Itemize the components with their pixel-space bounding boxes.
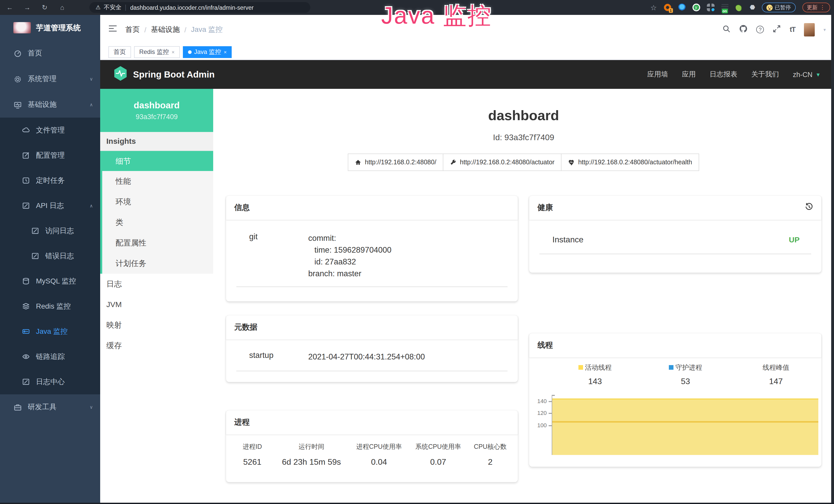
extension-icon-drop[interactable]: [678, 4, 685, 11]
emoji-face-icon: [766, 4, 773, 10]
metadata-card-header: 元数据: [226, 315, 518, 339]
process-col-cores: CPU核心数: [468, 443, 513, 451]
yellow-swatch-icon: [578, 365, 583, 370]
tab-redis-monitor[interactable]: Redis 监控 ×: [134, 46, 180, 58]
close-icon[interactable]: ×: [172, 49, 175, 55]
sidebar-item-log-center[interactable]: 日志中心: [0, 369, 100, 394]
url-bar[interactable]: ⚠ 不安全 dashboard.yudao.iocoder.cn/infra/a…: [89, 2, 310, 13]
font-size-icon[interactable]: tT: [790, 26, 795, 33]
history-icon[interactable]: [805, 203, 813, 212]
tab-home[interactable]: 首页: [108, 46, 131, 58]
service-url-chip[interactable]: http://192.168.0.2:48080/: [348, 154, 444, 171]
sidebar-item-file-manage[interactable]: 文件管理: [0, 118, 100, 143]
hamburger-icon[interactable]: [108, 25, 117, 35]
ytick-120: 120: [529, 410, 547, 416]
help-icon[interactable]: ?: [756, 26, 764, 33]
health-url-chip[interactable]: http://192.168.0.2:48080/actuator/health: [561, 154, 699, 171]
process-col-syscpu: 系统CPU使用率: [409, 443, 468, 451]
sidebar-item-redis-monitor[interactable]: Redis 监控: [0, 294, 100, 319]
sba-item-jvm[interactable]: JVM: [100, 294, 213, 315]
info-card-header: 信息: [226, 196, 518, 220]
extension-icon-grid[interactable]: [707, 4, 714, 11]
chevron-up-icon: ∧: [90, 102, 93, 107]
sba-item-caches[interactable]: 缓存: [100, 335, 213, 356]
extension-icon-tampermonkey[interactable]: on: [721, 4, 729, 11]
sba-nav-wallboard[interactable]: 应用墙: [647, 70, 668, 79]
window-scrollbar[interactable]: [831, 15, 834, 504]
github-icon[interactable]: [739, 24, 747, 35]
admin-sidebar: 芋道管理系统 首页 系统管理 ∨ 基础设施 ∧ 文件管理: [0, 15, 100, 504]
sba-language-select[interactable]: zh-CN ▼: [793, 71, 821, 78]
sba-item-environment[interactable]: 环境: [102, 191, 213, 212]
screenshot-root: ← → ↻ ⌂ ⚠ 不安全 dashboard.yudao.iocoder.cn…: [0, 0, 834, 504]
sidebar-item-dev-tools[interactable]: 研发工具 ∨: [0, 394, 100, 420]
peak-threads-value: 147: [731, 377, 821, 386]
extensions-puzzle-icon[interactable]: ⬣: [750, 4, 755, 11]
sba-header: Spring Boot Admin 应用墙 应用 日志报表 关于我们 zh-CN…: [100, 60, 834, 89]
sidebar-item-infrastructure[interactable]: 基础设施 ∧: [0, 92, 100, 118]
sidebar-item-mysql-monitor[interactable]: MySQL 监控: [0, 269, 100, 294]
close-icon[interactable]: ×: [224, 49, 227, 55]
process-cpu: 0.04: [350, 458, 409, 467]
sba-brand-title: Spring Boot Admin: [133, 69, 215, 80]
sidebar-item-scheduled-jobs[interactable]: 定时任务: [0, 168, 100, 193]
sidebar-item-java-monitor[interactable]: Java 监控: [0, 319, 100, 344]
user-avatar[interactable]: [804, 23, 815, 36]
row-divider: [236, 287, 508, 287]
health-instance-label: Instance: [552, 235, 584, 245]
sba-item-classes[interactable]: 类: [102, 212, 213, 233]
menu-dots-icon: ⋮: [820, 4, 825, 11]
threads-card-header: 线程: [529, 333, 821, 358]
breadcrumb: 首页 / 基础设施 / Java 监控: [125, 25, 223, 34]
sba-item-metrics[interactable]: 性能: [102, 171, 213, 191]
sba-nav-applications[interactable]: 应用: [682, 70, 696, 79]
process-col-pid: 进程ID: [231, 443, 273, 451]
extension-icon-leaf[interactable]: [736, 4, 743, 11]
extension-icon-green[interactable]: y: [692, 4, 700, 11]
active-dot-icon: [188, 50, 192, 54]
layers-icon: [22, 302, 30, 311]
sidebar-item-config-manage[interactable]: 配置管理: [0, 143, 100, 168]
sidebar-item-trace[interactable]: 链路追踪: [0, 344, 100, 369]
process-col-uptime: 运行时间: [273, 443, 349, 451]
sidebar-item-access-log[interactable]: 访问日志: [0, 218, 100, 244]
sidebar-item-home[interactable]: 首页: [0, 41, 100, 66]
update-button[interactable]: 更新 ⋮: [802, 3, 830, 12]
home-icon[interactable]: ⌂: [57, 4, 68, 11]
health-card-header: 健康: [529, 196, 821, 220]
sba-item-details[interactable]: 细节: [102, 151, 213, 171]
breadcrumb-infra[interactable]: 基础设施: [151, 25, 180, 34]
log-edit-icon: [22, 202, 30, 210]
sba-section-insights: Insights: [100, 132, 213, 151]
health-card: 健康 Instance UP: [529, 196, 821, 273]
forward-icon[interactable]: →: [22, 4, 33, 11]
actuator-url-chip[interactable]: http://192.168.0.2:48080/actuator: [443, 154, 562, 171]
sidebar-item-system[interactable]: 系统管理 ∨: [0, 66, 100, 92]
sidebar-item-api-log[interactable]: API 日志 ∧: [0, 193, 100, 218]
sba-instance-header[interactable]: dashboard 93a3fc7f7409: [100, 89, 213, 132]
sba-main: dashboard Id: 93a3fc7f7409 http://192.16…: [213, 89, 834, 504]
tab-java-monitor[interactable]: Java 监控 ×: [183, 46, 232, 58]
extension-icon-orange[interactable]: 1: [663, 4, 671, 11]
sba-item-logs[interactable]: 日志: [100, 274, 213, 294]
chevron-down-icon[interactable]: ▾: [824, 27, 826, 32]
gear-icon: [13, 75, 22, 83]
reload-icon[interactable]: ↻: [39, 4, 50, 11]
sba-item-config-props[interactable]: 配置属性: [102, 233, 213, 253]
sba-nav-about[interactable]: 关于我们: [751, 70, 779, 79]
sidebar-item-error-log[interactable]: 错误日志: [0, 244, 100, 269]
bookmark-star-icon[interactable]: ☆: [650, 3, 657, 12]
sba-nav-journal[interactable]: 日志报表: [710, 70, 738, 79]
briefcase-icon: [13, 403, 22, 411]
sba-item-scheduled-tasks[interactable]: 计划任务: [102, 253, 213, 274]
fullscreen-icon[interactable]: [773, 24, 781, 35]
spring-boot-admin-frame: Spring Boot Admin 应用墙 应用 日志报表 关于我们 zh-CN…: [100, 60, 834, 504]
annotation-java-monitor: Java 监控: [381, 0, 492, 32]
process-uptime: 6d 23h 15m 59s: [273, 458, 349, 467]
paused-badge[interactable]: 已暂停: [762, 3, 795, 12]
info-value: commit: time: 1596289704000 id: 27aa832 …: [308, 232, 391, 279]
back-icon[interactable]: ←: [4, 4, 16, 11]
search-icon[interactable]: [722, 24, 730, 35]
breadcrumb-home[interactable]: 首页: [125, 25, 140, 34]
sba-item-mappings[interactable]: 映射: [100, 315, 213, 335]
